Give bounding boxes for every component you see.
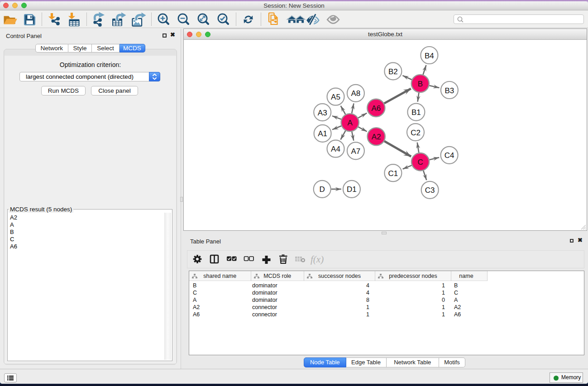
svg-text:A5: A5 xyxy=(331,93,340,101)
svg-text:B2: B2 xyxy=(388,67,398,76)
svg-text:D: D xyxy=(320,185,325,194)
svg-text:B4: B4 xyxy=(425,52,434,60)
svg-text:C1: C1 xyxy=(388,169,398,178)
svg-text:A7: A7 xyxy=(351,147,361,156)
svg-text:A6: A6 xyxy=(371,104,381,113)
svg-text:A1: A1 xyxy=(318,129,327,138)
svg-text:C4: C4 xyxy=(445,151,454,160)
svg-text:B1: B1 xyxy=(411,108,421,117)
svg-text:B: B xyxy=(418,80,423,88)
svg-text:A: A xyxy=(348,119,353,127)
svg-text:A8: A8 xyxy=(351,89,361,98)
svg-text:D1: D1 xyxy=(347,185,357,194)
svg-text:A3: A3 xyxy=(318,109,327,117)
svg-text:C: C xyxy=(417,158,423,167)
svg-text:C3: C3 xyxy=(425,186,435,195)
svg-text:A2: A2 xyxy=(372,133,381,141)
svg-text:B3: B3 xyxy=(445,86,454,95)
svg-text:f(x): f(x) xyxy=(311,254,324,265)
svg-text:C2: C2 xyxy=(411,129,421,137)
svg-text:A4: A4 xyxy=(331,145,340,153)
